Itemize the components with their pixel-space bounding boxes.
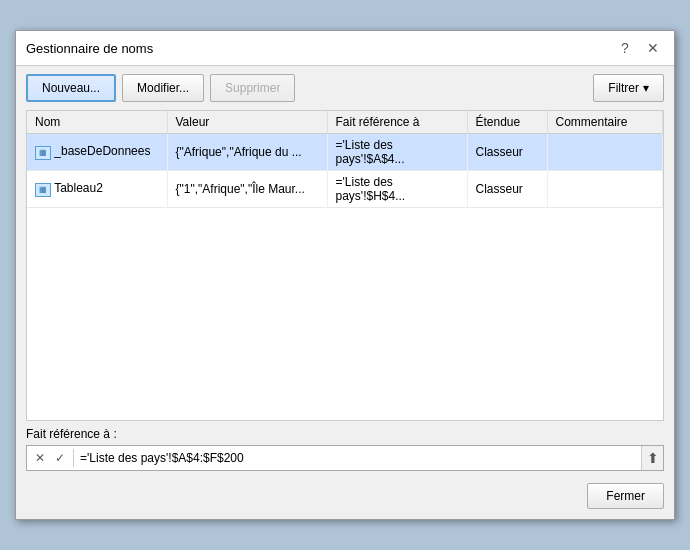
names-table: Nom Valeur Fait référence à Étendue Comm… <box>26 110 664 421</box>
table-header: Nom Valeur Fait référence à Étendue Comm… <box>27 111 663 134</box>
fermer-button[interactable]: Fermer <box>587 483 664 509</box>
nouveau-button[interactable]: Nouveau... <box>26 74 116 102</box>
cell-valeur: {"1","Afrique","Île Maur... <box>167 171 327 208</box>
col-etendue-header: Étendue <box>467 111 547 134</box>
col-commentaire-header: Commentaire <box>547 111 663 134</box>
table-icon: ▦ <box>35 146 51 160</box>
table-icon: ▦ <box>35 183 51 197</box>
formula-icons: ✕ ✓ <box>27 449 74 467</box>
col-reference-header: Fait référence à <box>327 111 467 134</box>
supprimer-button[interactable]: Supprimer <box>210 74 295 102</box>
cell-reference: ='Liste des pays'!$A$4... <box>327 134 467 171</box>
toolbar: Nouveau... Modifier... Supprimer Filtrer… <box>16 66 674 110</box>
table-row[interactable]: ▦ Tableau2 {"1","Afrique","Île Maur... =… <box>27 171 663 208</box>
table-row[interactable]: ▦ _baseDeDonnees {"Afrique","Afrique du … <box>27 134 663 171</box>
cell-nom: ▦ _baseDeDonnees <box>27 134 167 171</box>
cell-valeur: {"Afrique","Afrique du ... <box>167 134 327 171</box>
help-button[interactable]: ? <box>614 37 636 59</box>
cell-commentaire <box>547 171 663 208</box>
cell-reference: ='Liste des pays'!$H$4... <box>327 171 467 208</box>
cell-commentaire <box>547 134 663 171</box>
title-bar-right: ? ✕ <box>614 37 664 59</box>
title-bar: Gestionnaire de noms ? ✕ <box>16 31 674 66</box>
bottom-bar: Fermer <box>16 479 674 519</box>
col-nom-header: Nom <box>27 111 167 134</box>
col-valeur-header: Valeur <box>167 111 327 134</box>
cell-nom: ▦ Tableau2 <box>27 171 167 208</box>
formula-input[interactable] <box>74 451 641 465</box>
filtrer-button[interactable]: Filtrer ▾ <box>593 74 664 102</box>
cell-etendue: Classeur <box>467 171 547 208</box>
cancel-formula-button[interactable]: ✕ <box>31 449 49 467</box>
expand-formula-button[interactable]: ⬆ <box>641 446 663 470</box>
dialog-title: Gestionnaire de noms <box>26 41 153 56</box>
chevron-down-icon: ▾ <box>643 81 649 95</box>
dialog: Gestionnaire de noms ? ✕ Nouveau... Modi… <box>15 30 675 520</box>
modifier-button[interactable]: Modifier... <box>122 74 204 102</box>
confirm-formula-button[interactable]: ✓ <box>51 449 69 467</box>
cell-etendue: Classeur <box>467 134 547 171</box>
close-button[interactable]: ✕ <box>642 37 664 59</box>
formula-bar: ✕ ✓ ⬆ <box>26 445 664 471</box>
title-bar-left: Gestionnaire de noms <box>26 41 153 56</box>
footer-label: Fait référence à : <box>16 421 674 443</box>
